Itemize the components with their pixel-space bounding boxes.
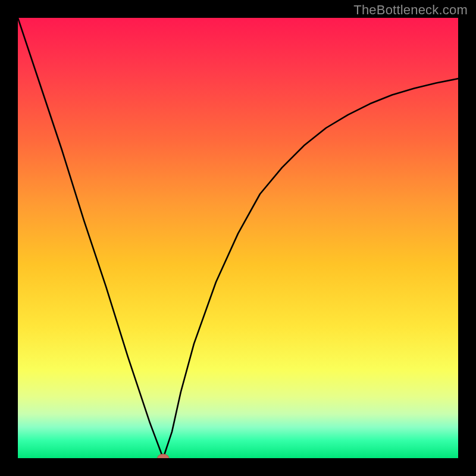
watermark-label: TheBottleneck.com [353,2,468,18]
bottleneck-curve [18,18,458,458]
optimum-marker [158,454,169,458]
chart-svg [18,18,458,458]
chart-frame: TheBottleneck.com [0,0,476,476]
plot-area [18,18,458,458]
